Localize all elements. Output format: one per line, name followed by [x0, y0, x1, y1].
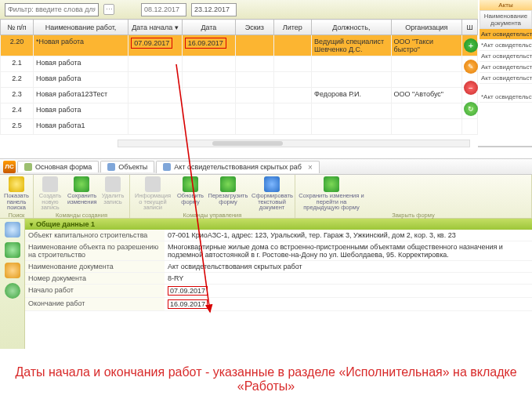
tab-objects[interactable]: Объекты	[100, 161, 154, 172]
table-row[interactable]: 2.2 Новая работа	[1, 72, 478, 88]
tab-bar: ЛС Основная форма Объекты Акт освидетель…	[0, 159, 532, 175]
table-row[interactable]: 2.3 Новая работа123Тест Федорова Р.И. ОО…	[1, 88, 478, 103]
cell-org: ООО "Такси быстро"	[391, 35, 461, 56]
works-table-wrap: № п/п Наименование работ, Дата начала ▾ …	[0, 19, 478, 147]
field-value[interactable]: 8-RY	[165, 273, 532, 285]
col-num[interactable]: № п/п	[1, 20, 34, 35]
field-label: Номер документа	[25, 273, 165, 285]
acts-row[interactable]: Акт освидетельствования	[480, 62, 532, 73]
cell-num: 2.5	[1, 119, 34, 135]
table-header-row: № п/п Наименование работ, Дата начала ▾ …	[1, 20, 478, 35]
field-value[interactable]: Многоквартирные жилые дома со встроенно-…	[165, 241, 532, 261]
add-act-button[interactable]: +	[464, 38, 478, 53]
cell-start: 07.09.2017	[128, 35, 182, 56]
caption-text: Даты начала и окончания работ - указанны…	[0, 362, 532, 399]
ribbon-group-search: Показать панель поиска Поиск	[0, 175, 34, 218]
ribbon-group-label: Команды создания	[36, 211, 127, 219]
form-row: Наименование документаАкт освидетельство…	[25, 261, 532, 273]
horizontal-scrollbar[interactable]	[118, 140, 470, 147]
form-row: Окончание работ16.09.2017	[25, 298, 532, 311]
field-label: Начало работ	[25, 285, 165, 298]
form-row: Объект капитального строительства07-001 …	[25, 230, 532, 241]
col-eskiz[interactable]: Эскиз	[236, 20, 274, 35]
acts-row[interactable]: Акт освидетельствования	[480, 73, 532, 84]
acts-row[interactable]: *Акт освидетельствования	[480, 92, 532, 103]
acts-row[interactable]: *Акт освидетельствования	[480, 40, 532, 51]
acts-panel: Акты Наименование документа Акт освидете…	[480, 0, 532, 147]
col-org[interactable]: Организация	[391, 20, 461, 35]
field-label: Наименование документа	[25, 261, 165, 273]
ribbon-button-label: Показать панель поиска	[4, 192, 29, 211]
highlighted-start-date: 07.09.2017	[131, 38, 172, 49]
ribbon-group-label: Команды управления	[132, 211, 292, 219]
field-value-end-date[interactable]: 16.09.2017	[165, 298, 532, 311]
tab-label: Объекты	[118, 163, 147, 171]
show-search-panel-button[interactable]: Показать панель поиска	[2, 176, 31, 211]
close-icon[interactable]: ×	[308, 163, 313, 172]
make-text-doc-button[interactable]: Сформировать текстовый документ	[252, 176, 292, 211]
cell-org: ООО "Автобус"	[391, 88, 461, 103]
new-record-button[interactable]: Создать новую запись	[36, 176, 64, 211]
highlighted-end-date-form: 16.09.2017	[168, 299, 208, 309]
sidebar-folder-icon[interactable]	[5, 263, 20, 278]
table-row[interactable]: 2.4 Новая работа	[1, 103, 478, 119]
col-date[interactable]: Дата	[182, 20, 235, 35]
save-changes-button[interactable]: Сохранить изменения	[67, 176, 96, 211]
form-row: Начало работ07.09.2017	[25, 285, 532, 298]
ribbon-button-label: Сохранить изменения	[67, 192, 97, 205]
ribbon-group-label: Закрыть форму	[298, 211, 529, 219]
reload-form-button[interactable]: Перезагрузить форму	[208, 176, 248, 211]
form-body: ▾ Общие данные 1 Объект капитального стр…	[25, 219, 532, 349]
tab-label: Основная форма	[35, 163, 92, 171]
filter-more-button[interactable]: ⋯	[103, 4, 114, 15]
row-actions: + ✎ − ↻	[464, 36, 478, 118]
delete-act-button[interactable]: −	[464, 81, 478, 95]
delete-record-button[interactable]: Удалить запись	[99, 176, 127, 211]
acts-row[interactable]: Акт освидетельствования	[480, 51, 532, 62]
col-name[interactable]: Наименование работ,	[33, 20, 128, 35]
refresh-act-button[interactable]: ↻	[464, 102, 478, 116]
ribbon-group-label: Поиск	[2, 211, 31, 219]
col-position[interactable]: Должность,	[312, 20, 392, 35]
form-row: Наименование объекта по разрешению на ст…	[25, 241, 532, 261]
ribbon-toolbar: Показать панель поиска Поиск Создать нов…	[0, 175, 532, 219]
table-row[interactable]: 2.20 *Новая работа 07.09.2017 16.09.2017…	[1, 35, 478, 56]
acts-row[interactable]: Акт освидетельствования	[480, 29, 532, 40]
group-header-general[interactable]: ▾ Общие данные 1	[25, 219, 532, 230]
refresh-form-button[interactable]: Обновить форму	[176, 176, 204, 211]
acts-column-header[interactable]: Наименование документа	[480, 10, 532, 29]
ribbon-button-label: Создать новую запись	[39, 192, 62, 211]
date-to-input[interactable]	[191, 3, 237, 16]
col-liter[interactable]: Литер	[273, 20, 312, 35]
col-sh[interactable]: Ш	[462, 20, 478, 35]
sidebar-save-icon[interactable]	[5, 242, 20, 258]
tab-act-document[interactable]: Акт освидетельствования скрытых раб×	[156, 161, 319, 173]
record-info-button[interactable]: Информация о текущей записи	[132, 176, 173, 211]
tab-main-form[interactable]: Основная форма	[17, 161, 99, 172]
table-row[interactable]: 2.5 Новая работа1	[1, 119, 478, 135]
ribbon-button-label: Обновить форму	[177, 192, 204, 205]
sidebar-refresh-icon[interactable]	[5, 283, 20, 299]
field-value[interactable]: 07-001 КриоАЗС-1, адрес: 123, Уральский,…	[165, 230, 532, 241]
ribbon-button-label: Перезагрузить форму	[208, 192, 248, 205]
edit-act-button[interactable]: ✎	[464, 60, 478, 74]
sidebar-print-icon[interactable]	[5, 222, 20, 238]
cell-num: 2.2	[1, 72, 34, 88]
form-sidebar	[0, 219, 25, 349]
ribbon-button-label: Информация о текущей записи	[135, 192, 171, 211]
chevron-down-icon: ▾	[30, 221, 33, 228]
save-and-back-button[interactable]: Сохранить изменения и перейти на предыду…	[298, 176, 365, 211]
cell-name: Новая работа123Тест	[33, 88, 128, 103]
form-area: ▾ Общие данные 1 Объект капитального стр…	[0, 219, 532, 349]
field-value[interactable]: Акт освидетельствования скрытых работ	[165, 261, 532, 273]
table-row[interactable]: 2.1 Новая работа	[1, 56, 478, 72]
app-logo-icon: ЛС	[3, 161, 16, 173]
col-start[interactable]: Дата начала ▾	[128, 20, 182, 35]
cell-name: Новая работа	[33, 103, 128, 119]
cell-date: 16.09.2017	[182, 35, 235, 56]
filter-input[interactable]	[5, 3, 99, 16]
field-value-start-date[interactable]: 07.09.2017	[165, 285, 532, 298]
date-from-input[interactable]	[141, 3, 186, 16]
ribbon-group-create: Создать новую запись Сохранить изменения…	[34, 175, 130, 218]
ribbon-button-label: Сохранить изменения и перейти на предыду…	[299, 192, 364, 211]
